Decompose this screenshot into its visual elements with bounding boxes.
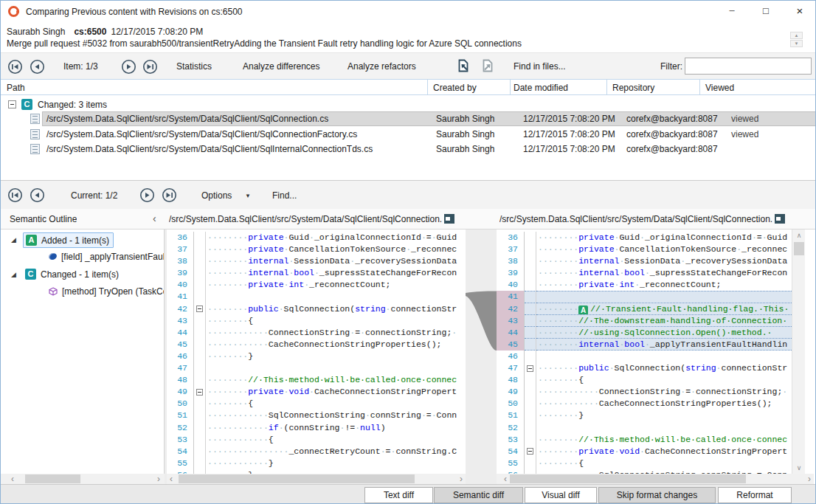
code-text: ············ConnectionString·=·connectio… (206, 327, 466, 339)
first-diff-button[interactable] (7, 187, 23, 203)
collapse-region-icon[interactable] (527, 448, 533, 455)
code-text: ········{ (206, 315, 466, 327)
close-button[interactable]: × (783, 1, 816, 23)
changeset-date: 12/17/2015 7:08:20 PM (111, 27, 203, 37)
group-row-changed[interactable]: C Changed: 3 items (1, 97, 816, 111)
code-text: ········//·This·method·will·be·called·on… (206, 374, 466, 386)
code-line: 45········internal·bool·_applyTransientF… (497, 339, 792, 351)
export-report-icon[interactable] (456, 58, 471, 75)
outline-item[interactable]: [field] _applyTransientFault (1, 250, 165, 266)
file-row[interactable]: /src/System.Data.SqlClient/src/System/Da… (1, 111, 816, 127)
semantic-diff-button[interactable]: Semantic diff (434, 487, 523, 503)
analyze-refactors-button[interactable]: Analyze refactors (348, 61, 416, 72)
analyze-differences-button[interactable]: Analyze differences (243, 61, 320, 72)
code-text: ········private·int·_reconnectCount; (536, 279, 792, 291)
result-horizontal-scrollbar[interactable]: ‹ › (497, 474, 814, 484)
fold-column (525, 279, 536, 291)
column-header-date-modified[interactable]: Date modified (514, 83, 568, 93)
code-text: ········private·void·CacheConnectionStri… (206, 386, 466, 398)
scroll-right-icon[interactable]: › (460, 474, 463, 484)
statistics-button[interactable]: Statistics (176, 61, 212, 72)
skip-format-changes-button[interactable]: Skip format changes (598, 487, 716, 503)
filter-input[interactable] (685, 58, 812, 75)
file-repository: corefx@backyard:8087 (626, 129, 718, 139)
collapse-region-icon[interactable] (527, 365, 533, 372)
fold-column (194, 386, 206, 398)
outline-collapse-button[interactable]: ‹ (153, 213, 156, 224)
scroll-left-icon[interactable]: ‹ (11, 474, 14, 484)
next-diff-button[interactable] (139, 187, 155, 203)
code-line: 48········//·This·method·will·be·called·… (167, 374, 466, 386)
scroll-left-icon[interactable]: ‹ (504, 474, 507, 484)
outline-horizontal-scrollbar[interactable]: ‹ › (1, 474, 165, 484)
line-number: 49 (497, 386, 525, 398)
collapse-region-icon[interactable] (196, 305, 203, 312)
scroll-left-icon[interactable]: ‹ (170, 474, 173, 484)
result-vertical-scrollbar[interactable]: ∧ ∨ (792, 229, 805, 474)
column-header-path[interactable]: Path (7, 83, 25, 93)
first-item-button[interactable] (7, 59, 23, 75)
file-row[interactable]: /src/System.Data.SqlClient/src/System/Da… (1, 142, 816, 157)
changed-badge: C (21, 99, 32, 110)
find-in-files-button[interactable]: Find in files... (514, 61, 566, 72)
code-line: 36········private·Guid·_originalConnecti… (167, 232, 466, 244)
outline-group-added[interactable]: ◢AAdded - 1 item(s) (1, 232, 165, 249)
result-pane-maximize-icon[interactable] (775, 214, 785, 224)
source-pane-maximize-icon[interactable] (444, 214, 454, 224)
outline-item-label: Added - 1 item(s) (41, 235, 109, 246)
items-toolbar: Item: 1/3 Statistics Analyze differences… (1, 52, 816, 79)
scroll-down-icon[interactable]: ∨ (792, 464, 806, 472)
added-badge: A (26, 235, 37, 246)
fold-column (194, 362, 206, 374)
file-created-by: Saurabh Singh (436, 114, 494, 124)
message-scroll-down[interactable]: ▼ (790, 40, 803, 47)
scroll-up-icon[interactable]: ∧ (792, 232, 806, 239)
code-line: 47 (167, 362, 466, 374)
changeset-header: Saurabh Singhcs:650012/17/2015 7:08:20 P… (1, 23, 816, 52)
file-row[interactable]: /src/System.Data.SqlClient/src/System/Da… (1, 127, 816, 142)
column-header-created-by[interactable]: Created by (433, 83, 477, 93)
visual-diff-button[interactable]: Visual diff (525, 487, 597, 503)
minimize-button[interactable]: ─ (715, 1, 749, 23)
diff-connector (466, 229, 497, 474)
code-line: 55············} (167, 458, 466, 469)
fold-column (525, 255, 536, 267)
column-header-viewed[interactable]: Viewed (705, 83, 734, 93)
source-horizontal-scrollbar[interactable]: ‹ › (167, 474, 466, 484)
line-number: 46 (167, 351, 194, 362)
maximize-button[interactable]: □ (749, 1, 783, 23)
expanded-triangle-icon[interactable]: ◢ (11, 271, 16, 278)
file-repository: corefx@backyard:8087 (626, 144, 718, 154)
scroll-right-icon[interactable]: › (808, 474, 811, 484)
message-scroll-up[interactable]: ▲ (790, 32, 803, 39)
last-item-button[interactable] (142, 59, 158, 75)
options-caret-icon[interactable]: ▼ (245, 193, 251, 199)
import-report-icon[interactable] (480, 58, 495, 75)
code-line: 45············CacheConnectionStringPrope… (167, 339, 466, 351)
group-label: Changed: 3 items (38, 100, 107, 110)
column-header-repository[interactable]: Repository (612, 83, 654, 93)
code-line: 43········{ (167, 315, 466, 327)
collapse-group-icon[interactable] (8, 100, 16, 108)
collapse-region-icon[interactable] (196, 389, 203, 396)
scroll-right-icon[interactable]: › (157, 474, 160, 484)
files-table-header: Path Created by Date modified Repository… (1, 79, 816, 95)
reformat-button[interactable]: Reformat (718, 487, 792, 503)
text-diff-button[interactable]: Text diff (364, 487, 433, 503)
diff-toolbar: Current: 1/2 Options ▼ Find... (1, 180, 816, 209)
find-button[interactable]: Find... (272, 190, 297, 201)
outline-group-changed[interactable]: ◢CChanged - 1 item(s) (1, 267, 165, 283)
next-item-button[interactable] (121, 59, 136, 75)
options-button[interactable]: Options (201, 190, 232, 201)
outline-item[interactable]: [method] TryOpen (TaskCo (1, 285, 165, 301)
last-diff-button[interactable] (162, 187, 177, 203)
expanded-triangle-icon[interactable]: ◢ (11, 236, 16, 244)
code-line: 41 (167, 291, 466, 303)
result-code-pane: 36········private·Guid·_originalConnecti… (497, 229, 792, 474)
previous-diff-button[interactable] (30, 187, 45, 203)
code-text: ············CacheConnectionStringPropert… (536, 398, 792, 410)
previous-item-button[interactable] (30, 59, 45, 75)
outline-title: Semantic Outline (10, 214, 77, 224)
line-number: 38 (167, 255, 194, 267)
code-text (536, 291, 792, 303)
